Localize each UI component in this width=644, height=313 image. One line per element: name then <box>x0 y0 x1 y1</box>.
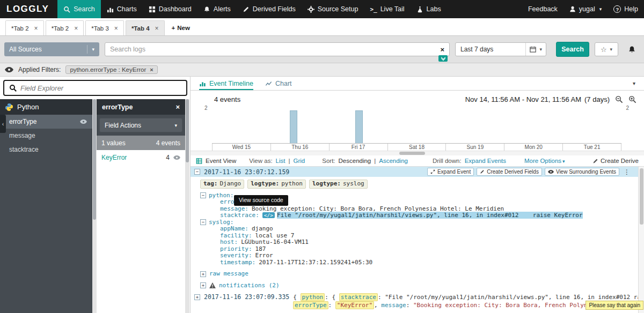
highlighted-key-stacktrace[interactable]: stacktrace <box>339 293 378 301</box>
scrollbar-thumb[interactable] <box>93 99 96 220</box>
tag-chip[interactable]: tag:Django <box>200 180 244 189</box>
expand-search-options-icon[interactable] <box>438 55 448 62</box>
tab-chart[interactable]: Chart <box>265 77 292 90</box>
scrollbar-thumb[interactable] <box>186 99 189 162</box>
close-icon[interactable]: × <box>74 25 78 32</box>
collapse-sidebar-handle[interactable]: ‹ <box>0 115 6 133</box>
json-key[interactable]: message: <box>220 205 248 212</box>
json-value[interactable]: 187 <box>255 245 266 252</box>
sidebar-field-message[interactable]: message <box>0 129 92 143</box>
close-icon[interactable]: × <box>34 25 38 32</box>
sort-descending[interactable]: Descending <box>339 158 371 164</box>
calendar-dropdown[interactable]: ▾ <box>525 43 546 56</box>
zoom-in-icon[interactable] <box>628 95 636 103</box>
filter-chip[interactable]: python.errorType : KeyError × <box>65 65 157 74</box>
json-value[interactable]: local use 7 <box>255 232 295 239</box>
collapse-node-icon[interactable]: − <box>200 192 206 198</box>
close-icon[interactable]: × <box>175 103 180 111</box>
collapse-node-icon[interactable]: − <box>200 219 206 225</box>
fields-scrollbar[interactable] <box>92 99 97 313</box>
highlighted-stacktrace-value[interactable]: File "/root/my/yugal1/jatin/harshil/view… <box>277 212 583 219</box>
time-range-picker[interactable]: Last 7 days ▾ <box>455 42 546 56</box>
json-key[interactable]: severity: <box>220 252 252 259</box>
tab-2[interactable]: *Tab 2 × <box>46 20 84 35</box>
raw-message-toggle[interactable]: + raw message <box>200 271 644 278</box>
sidebar-field-errortype[interactable]: errorType <box>0 115 92 129</box>
highlighted-value-keyerror[interactable]: "KeyError" <box>335 301 374 309</box>
search-button[interactable]: Search <box>556 42 589 57</box>
json-key[interactable]: python: <box>209 192 233 199</box>
nav-item-labs[interactable]: Labs <box>411 0 447 18</box>
collapse-timeline-icon[interactable]: ▾ <box>633 80 635 86</box>
view-surrounding-events-button[interactable]: View Surrounding Events <box>545 168 619 176</box>
events-scrollbar[interactable] <box>638 167 644 313</box>
tab-3[interactable]: *Tab 3 × <box>85 20 124 35</box>
drill-down-expand-events[interactable]: Expand Events <box>465 158 506 164</box>
nav-item-help[interactable]: ? Help <box>608 0 644 18</box>
close-icon[interactable]: × <box>155 25 159 32</box>
detail-scrollbar[interactable] <box>185 99 189 313</box>
tag-chip[interactable]: logtype:syslog <box>309 180 368 189</box>
field-explorer-input[interactable] <box>20 84 181 92</box>
nav-item-feedback[interactable]: Feedback <box>522 0 564 18</box>
eye-icon[interactable] <box>173 155 180 160</box>
notifications-toggle[interactable]: + notifications (2) <box>200 282 644 289</box>
sidebar-field-stacktrace[interactable]: stacktrace <box>0 143 92 156</box>
source-selector[interactable]: All Sources ▾ <box>4 42 99 56</box>
json-value[interactable]: 2017-11-17T12:37:12.159241+05:30 <box>259 259 372 266</box>
scrollbar-thumb[interactable] <box>399 152 425 155</box>
alerts-bell-button[interactable] <box>624 42 640 56</box>
json-value[interactable]: LGUbuntu-16-04-VM11 <box>241 239 309 245</box>
view-as-list[interactable]: List <box>276 158 286 164</box>
highlighted-key-python[interactable]: python <box>301 293 325 301</box>
timeline-bar[interactable] <box>355 110 363 143</box>
nav-item-dashboard[interactable]: Dashboard <box>143 0 197 18</box>
notifications-link[interactable]: notifications (2) <box>219 282 280 289</box>
loggly-logo[interactable]: LOGGLY <box>0 0 57 18</box>
event-row-collapsed[interactable]: +2017-11-16 23:07:09.335{ python: { stac… <box>191 294 644 309</box>
event-row-header[interactable]: − 2017-11-16 23:07:12.159 Expand Event C… <box>191 167 644 177</box>
expand-icon[interactable]: + <box>200 282 206 288</box>
json-key[interactable]: message <box>381 302 406 309</box>
search-input[interactable] <box>110 46 440 53</box>
json-key[interactable]: facility: <box>220 232 252 239</box>
json-value[interactable]: Error <box>255 252 273 259</box>
create-derived-fields-button[interactable]: Create Derived Fields <box>477 168 542 176</box>
collapse-event-icon[interactable]: − <box>194 169 200 175</box>
json-key[interactable]: syslog: <box>209 219 233 226</box>
create-derived-fields-button[interactable]: Create Derive <box>592 158 639 164</box>
expand-event-button[interactable]: Expand Event <box>427 168 474 176</box>
sort-ascending[interactable]: Ascending <box>379 158 408 164</box>
nav-item-search[interactable]: Search <box>57 0 101 18</box>
more-options-dropdown[interactable]: More Options▾ <box>524 158 565 164</box>
clear-search-icon[interactable]: × <box>440 46 444 54</box>
timeline-bar[interactable] <box>290 110 297 143</box>
remove-filter-icon[interactable]: × <box>150 66 153 73</box>
tag-chip[interactable]: logtype:python <box>247 180 306 189</box>
python-group-header[interactable]: Python <box>0 99 92 115</box>
save-search-button[interactable]: ☆ ▾ <box>595 42 618 56</box>
view-source-code-icon[interactable]: </> <box>262 212 275 218</box>
json-value[interactable]: django <box>252 225 273 232</box>
scrollbar-thumb[interactable] <box>640 168 643 225</box>
nav-item-charts[interactable]: Charts <box>101 0 143 18</box>
tab-1[interactable]: *Tab 2 × <box>5 20 44 35</box>
expand-icon[interactable]: + <box>200 271 206 277</box>
nav-item-user-menu[interactable]: yugal ▾ <box>564 0 608 18</box>
new-tab-button[interactable]: + New <box>166 20 195 35</box>
json-key[interactable]: stacktrace: <box>220 212 259 219</box>
nav-item-derived-fields[interactable]: Derived Fields <box>237 0 302 18</box>
timeline-h-scrollbar[interactable] <box>191 151 644 155</box>
json-key[interactable]: appName: <box>220 225 248 232</box>
highlighted-key-errortype[interactable]: errorType <box>293 301 328 309</box>
tab-4-active[interactable]: *Tab 4 × <box>126 20 165 35</box>
json-key[interactable]: host: <box>220 239 238 245</box>
tab-event-timeline[interactable]: Event Timeline <box>199 77 253 90</box>
eye-icon[interactable] <box>80 120 87 124</box>
close-icon[interactable]: × <box>114 25 118 32</box>
zoom-out-icon[interactable] <box>615 95 623 103</box>
json-key[interactable]: timestamp: <box>220 259 255 266</box>
view-as-grid[interactable]: Grid <box>294 158 305 164</box>
json-value[interactable]: Booking exception: City: Bora Bora, Fren… <box>252 205 504 212</box>
nav-item-alerts[interactable]: Alerts <box>197 0 237 18</box>
